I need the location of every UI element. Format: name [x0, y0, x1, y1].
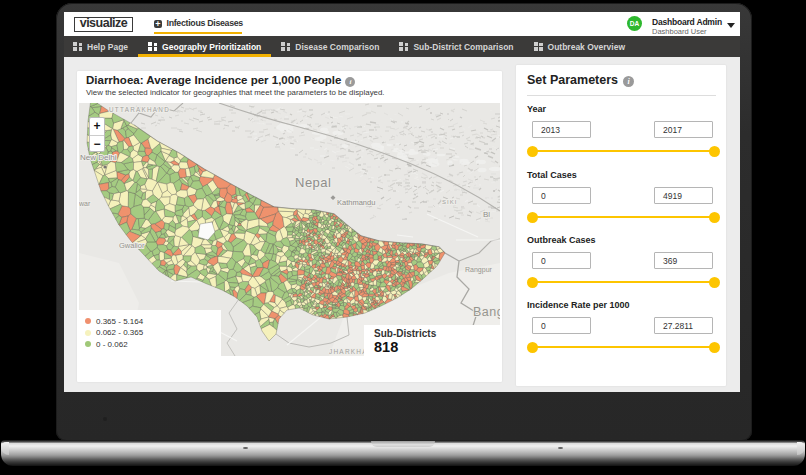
svg-text:Rangpur: Rangpur — [465, 266, 493, 274]
svg-text:SIKI: SIKI — [442, 199, 457, 205]
svg-text:Nepal: Nepal — [295, 175, 331, 190]
svg-text:war: war — [79, 200, 91, 207]
svg-text:Bl: Bl — [483, 210, 490, 219]
svg-text:UTTARAKHAND: UTTARAKHAND — [109, 106, 170, 113]
svg-text:Gwalior: Gwalior — [119, 241, 145, 250]
svg-text:New Delhi: New Delhi — [80, 153, 117, 162]
svg-text:Kathmandu: Kathmandu — [337, 198, 375, 207]
svg-text:Bangla: Bangla — [473, 305, 500, 319]
